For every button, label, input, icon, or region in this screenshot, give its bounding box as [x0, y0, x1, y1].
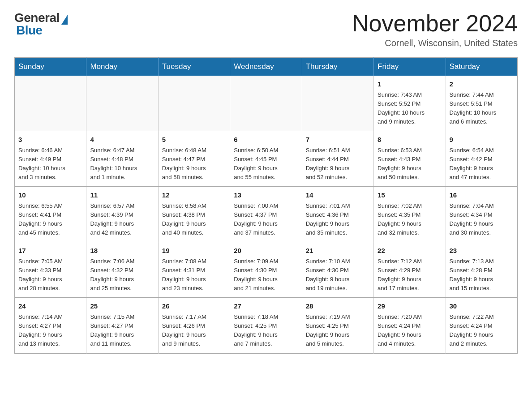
- weekday-header-sunday: Sunday: [15, 58, 86, 76]
- day-number: 10: [18, 190, 82, 201]
- day-number: 24: [18, 301, 82, 312]
- calendar-cell: 23Sunrise: 7:13 AMSunset: 4:28 PMDayligh…: [446, 242, 517, 298]
- calendar-cell: 11Sunrise: 6:57 AMSunset: 4:39 PMDayligh…: [86, 187, 158, 242]
- day-info: Sunrise: 7:00 AMSunset: 4:37 PMDaylight:…: [234, 201, 298, 238]
- calendar-cell: 9Sunrise: 6:54 AMSunset: 4:42 PMDaylight…: [446, 131, 517, 187]
- calendar-cell: 29Sunrise: 7:20 AMSunset: 4:24 PMDayligh…: [374, 298, 446, 353]
- day-number: 26: [162, 301, 226, 312]
- day-number: 5: [162, 135, 226, 145]
- weekday-header-tuesday: Tuesday: [158, 58, 230, 76]
- day-number: 19: [162, 246, 226, 256]
- day-number: 12: [162, 190, 226, 201]
- day-info: Sunrise: 6:51 AMSunset: 4:44 PMDaylight:…: [306, 146, 370, 182]
- calendar-cell: 15Sunrise: 7:02 AMSunset: 4:35 PMDayligh…: [374, 187, 446, 242]
- calendar-cell: 26Sunrise: 7:17 AMSunset: 4:26 PMDayligh…: [158, 298, 230, 353]
- calendar-cell: 3Sunrise: 6:46 AMSunset: 4:49 PMDaylight…: [15, 131, 86, 187]
- day-info: Sunrise: 7:04 AMSunset: 4:34 PMDaylight:…: [450, 201, 514, 238]
- day-number: 23: [450, 246, 514, 256]
- calendar-cell: 4Sunrise: 6:47 AMSunset: 4:48 PMDaylight…: [86, 131, 158, 187]
- weekday-header-wednesday: Wednesday: [230, 58, 302, 76]
- day-number: 17: [18, 246, 82, 256]
- calendar-cell: 28Sunrise: 7:19 AMSunset: 4:25 PMDayligh…: [302, 298, 373, 353]
- day-info: Sunrise: 7:44 AMSunset: 5:51 PMDaylight:…: [450, 90, 514, 127]
- weekday-header-friday: Friday: [374, 58, 446, 76]
- calendar-cell: 27Sunrise: 7:18 AMSunset: 4:25 PMDayligh…: [230, 298, 302, 353]
- calendar-cell: 20Sunrise: 7:09 AMSunset: 4:30 PMDayligh…: [230, 242, 302, 298]
- day-number: 22: [378, 246, 442, 256]
- calendar-cell: [86, 76, 158, 131]
- day-info: Sunrise: 7:20 AMSunset: 4:24 PMDaylight:…: [378, 313, 442, 349]
- day-info: Sunrise: 6:53 AMSunset: 4:43 PMDaylight:…: [378, 146, 442, 182]
- day-info: Sunrise: 7:08 AMSunset: 4:31 PMDaylight:…: [162, 257, 226, 293]
- day-info: Sunrise: 6:46 AMSunset: 4:49 PMDaylight:…: [18, 146, 82, 182]
- calendar-cell: 17Sunrise: 7:05 AMSunset: 4:33 PMDayligh…: [15, 242, 86, 298]
- day-number: 1: [378, 79, 442, 90]
- day-info: Sunrise: 7:15 AMSunset: 4:27 PMDaylight:…: [90, 313, 154, 349]
- day-info: Sunrise: 6:57 AMSunset: 4:39 PMDaylight:…: [90, 201, 154, 238]
- day-number: 9: [450, 135, 514, 145]
- day-info: Sunrise: 6:50 AMSunset: 4:45 PMDaylight:…: [234, 146, 298, 182]
- day-number: 18: [90, 246, 154, 256]
- calendar-cell: 8Sunrise: 6:53 AMSunset: 4:43 PMDaylight…: [374, 131, 446, 187]
- week-row-2: 3Sunrise: 6:46 AMSunset: 4:49 PMDaylight…: [15, 131, 518, 187]
- day-number: 15: [378, 190, 442, 201]
- day-number: 29: [378, 301, 442, 312]
- calendar-cell: 25Sunrise: 7:15 AMSunset: 4:27 PMDayligh…: [86, 298, 158, 353]
- logo-blue-text: Blue: [16, 23, 43, 38]
- day-info: Sunrise: 7:01 AMSunset: 4:36 PMDaylight:…: [306, 201, 370, 238]
- week-row-1: 1Sunrise: 7:43 AMSunset: 5:52 PMDaylight…: [15, 76, 518, 131]
- day-info: Sunrise: 7:18 AMSunset: 4:25 PMDaylight:…: [234, 313, 298, 349]
- day-number: 16: [450, 190, 514, 201]
- calendar-cell: 1Sunrise: 7:43 AMSunset: 5:52 PMDaylight…: [374, 76, 446, 131]
- calendar-cell: [158, 76, 230, 131]
- day-number: 11: [90, 190, 154, 201]
- day-info: Sunrise: 6:55 AMSunset: 4:41 PMDaylight:…: [18, 201, 82, 238]
- location-title: Cornell, Wisconsin, United States: [352, 38, 518, 48]
- day-info: Sunrise: 7:22 AMSunset: 4:24 PMDaylight:…: [450, 313, 514, 349]
- title-section: November 2024 Cornell, Wisconsin, United…: [352, 11, 518, 48]
- calendar-cell: 5Sunrise: 6:48 AMSunset: 4:47 PMDaylight…: [158, 131, 230, 187]
- day-info: Sunrise: 7:19 AMSunset: 4:25 PMDaylight:…: [306, 313, 370, 349]
- calendar-cell: 19Sunrise: 7:08 AMSunset: 4:31 PMDayligh…: [158, 242, 230, 298]
- day-number: 30: [450, 301, 514, 312]
- calendar-cell: 12Sunrise: 6:58 AMSunset: 4:38 PMDayligh…: [158, 187, 230, 242]
- day-info: Sunrise: 7:02 AMSunset: 4:35 PMDaylight:…: [378, 201, 442, 238]
- day-info: Sunrise: 7:05 AMSunset: 4:33 PMDaylight:…: [18, 257, 82, 293]
- logo-triangle-icon: [61, 15, 68, 25]
- day-info: Sunrise: 7:09 AMSunset: 4:30 PMDaylight:…: [234, 257, 298, 293]
- day-info: Sunrise: 7:13 AMSunset: 4:28 PMDaylight:…: [450, 257, 514, 293]
- calendar-cell: [15, 76, 86, 131]
- day-number: 4: [90, 135, 154, 145]
- day-info: Sunrise: 7:14 AMSunset: 4:27 PMDaylight:…: [18, 313, 82, 349]
- day-number: 20: [234, 246, 298, 256]
- week-row-3: 10Sunrise: 6:55 AMSunset: 4:41 PMDayligh…: [15, 187, 518, 242]
- day-number: 6: [234, 135, 298, 145]
- calendar-cell: 13Sunrise: 7:00 AMSunset: 4:37 PMDayligh…: [230, 187, 302, 242]
- weekday-header-row: SundayMondayTuesdayWednesdayThursdayFrid…: [15, 58, 518, 76]
- page-header: General Blue November 2024 Cornell, Wisc…: [14, 11, 518, 48]
- calendar-cell: 6Sunrise: 6:50 AMSunset: 4:45 PMDaylight…: [230, 131, 302, 187]
- calendar-cell: 22Sunrise: 7:12 AMSunset: 4:29 PMDayligh…: [374, 242, 446, 298]
- calendar-cell: 24Sunrise: 7:14 AMSunset: 4:27 PMDayligh…: [15, 298, 86, 353]
- calendar-cell: 14Sunrise: 7:01 AMSunset: 4:36 PMDayligh…: [302, 187, 373, 242]
- week-row-4: 17Sunrise: 7:05 AMSunset: 4:33 PMDayligh…: [15, 242, 518, 298]
- day-number: 2: [450, 79, 514, 90]
- day-number: 28: [306, 301, 370, 312]
- week-row-5: 24Sunrise: 7:14 AMSunset: 4:27 PMDayligh…: [15, 298, 518, 353]
- day-number: 21: [306, 246, 370, 256]
- day-number: 27: [234, 301, 298, 312]
- day-info: Sunrise: 7:17 AMSunset: 4:26 PMDaylight:…: [162, 313, 226, 349]
- calendar-cell: 2Sunrise: 7:44 AMSunset: 5:51 PMDaylight…: [446, 76, 517, 131]
- calendar-cell: 16Sunrise: 7:04 AMSunset: 4:34 PMDayligh…: [446, 187, 517, 242]
- day-number: 14: [306, 190, 370, 201]
- calendar-table: SundayMondayTuesdayWednesdayThursdayFrid…: [14, 57, 518, 353]
- day-info: Sunrise: 7:06 AMSunset: 4:32 PMDaylight:…: [90, 257, 154, 293]
- day-info: Sunrise: 6:54 AMSunset: 4:42 PMDaylight:…: [450, 146, 514, 182]
- day-info: Sunrise: 7:12 AMSunset: 4:29 PMDaylight:…: [378, 257, 442, 293]
- calendar-cell: 30Sunrise: 7:22 AMSunset: 4:24 PMDayligh…: [446, 298, 517, 353]
- weekday-header-thursday: Thursday: [302, 58, 373, 76]
- logo: General Blue: [14, 11, 68, 38]
- day-number: 13: [234, 190, 298, 201]
- day-info: Sunrise: 6:48 AMSunset: 4:47 PMDaylight:…: [162, 146, 226, 182]
- calendar-cell: [230, 76, 302, 131]
